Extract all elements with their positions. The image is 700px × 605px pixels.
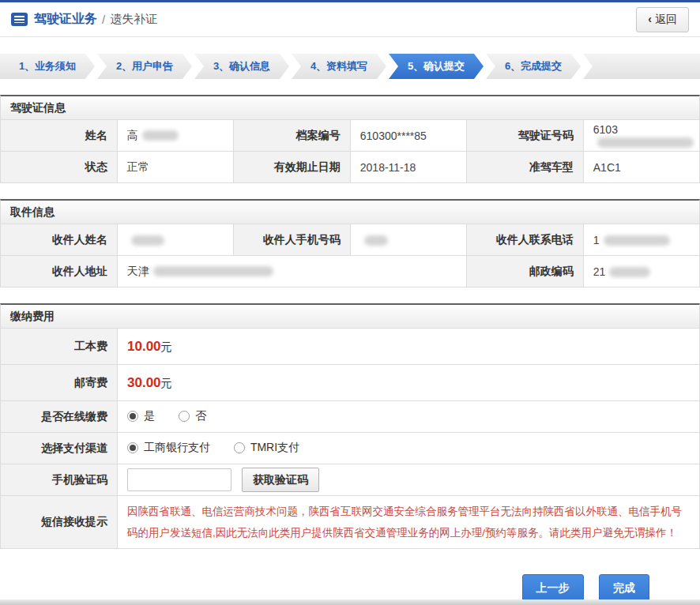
page-header: 驾驶证业务 / 遗失补证 ‹返回 xyxy=(0,2,700,37)
fee-unit: 元 xyxy=(161,377,172,389)
redacted-recipient-address xyxy=(153,266,273,276)
fees-section-title: 缴纳费用 xyxy=(0,303,700,328)
table-row: 是否在线缴费 是 否 xyxy=(1,401,700,433)
sms-notice-text: 因陕西省联通、电信运营商技术问题，陕西省互联网交通安全综合服务管理平台无法向持陕… xyxy=(127,496,690,548)
fee-unit: 元 xyxy=(161,340,172,353)
name-label: 姓名 xyxy=(1,120,118,152)
redacted-recipient-name xyxy=(131,235,164,246)
license-number-label: 驾驶证号码 xyxy=(467,120,584,152)
name-value: 高 xyxy=(117,120,233,152)
postcode-value: 21 xyxy=(583,256,699,287)
sms-code-cell: 获取验证码 xyxy=(118,464,700,496)
redacted-recipient-contact xyxy=(604,235,670,246)
sms-notice-cell: 因陕西省联通、电信运营商技术问题，陕西省互联网交通安全综合服务管理平台无法向持陕… xyxy=(118,496,700,549)
radio-option-tmri-pay[interactable]: TMRI支付 xyxy=(234,441,299,455)
recipient-address-value: 天津 xyxy=(117,256,466,287)
table-row: 邮寄费 30.00元 xyxy=(1,365,700,401)
finish-button[interactable]: 完成 xyxy=(599,574,649,603)
table-row: 状态 正常 有效期止日期 2018-11-18 准驾车型 A1C1 xyxy=(1,152,700,183)
window-bottom-edge xyxy=(0,599,700,605)
file-number-value: 610300****85 xyxy=(350,120,466,152)
radio-option-icbc-pay[interactable]: 工商银行支付 xyxy=(127,441,210,455)
status-value: 正常 xyxy=(117,152,233,183)
license-info-table: 姓名 高 档案编号 610300****85 驾驶证号码 6103 状态 正常 … xyxy=(0,119,700,183)
fees-section: 缴纳费用 工本费 10.00元 邮寄费 30.00元 是否在线缴费 是 否 选择… xyxy=(0,303,700,549)
sms-notice-label: 短信接收提示 xyxy=(1,496,118,549)
step-5-confirm-submit-active: 5、确认提交 xyxy=(389,54,484,79)
redacted-postcode xyxy=(609,267,650,277)
file-number-label: 档案编号 xyxy=(234,120,351,152)
step-bar-filler xyxy=(583,54,700,79)
radio-checked-icon xyxy=(127,411,138,422)
table-row: 手机验证码 获取验证码 xyxy=(1,464,700,496)
license-number-value: 6103 xyxy=(583,120,699,152)
breadcrumb-separator: / xyxy=(102,13,105,26)
recipient-address-label: 收件人地址 xyxy=(1,256,118,287)
recipient-name-value xyxy=(117,224,233,256)
back-button[interactable]: ‹返回 xyxy=(636,7,689,32)
payment-channel-label: 选择支付渠道 xyxy=(1,433,118,464)
radio-option-yes[interactable]: 是 xyxy=(127,409,155,423)
step-2-user-declaration: 2、用户申告 xyxy=(97,54,192,79)
recipient-name-label: 收件人姓名 xyxy=(1,224,118,256)
chevron-left-icon: ‹ xyxy=(648,13,652,25)
recipient-contact-value: 1 xyxy=(583,224,699,256)
radio-checked-icon xyxy=(127,442,138,453)
delivery-info-table: 收件人姓名 收件人手机号码 收件人联系电话 1 收件人地址 天津 邮政编码 21 xyxy=(0,224,700,287)
sms-code-label: 手机验证码 xyxy=(1,464,118,496)
base-fee-amount: 10.00 xyxy=(127,339,161,354)
recipient-contact-label: 收件人联系电话 xyxy=(467,224,584,256)
vehicle-class-label: 准驾车型 xyxy=(467,152,584,183)
redacted-name xyxy=(142,130,179,141)
step-3-confirm-info: 3、确认信息 xyxy=(194,54,289,79)
fees-table: 工本费 10.00元 邮寄费 30.00元 是否在线缴费 是 否 选择支付渠道 … xyxy=(0,328,700,549)
breadcrumb-current: 遗失补证 xyxy=(110,12,157,27)
radio-option-no[interactable]: 否 xyxy=(179,409,206,423)
delivery-info-section: 取件信息 收件人姓名 收件人手机号码 收件人联系电话 1 收件人地址 天津 邮政… xyxy=(0,199,700,287)
status-label: 状态 xyxy=(1,152,118,183)
base-fee-label: 工本费 xyxy=(1,329,118,365)
postage-fee-amount: 30.00 xyxy=(127,375,161,390)
table-row: 收件人地址 天津 邮政编码 21 xyxy=(1,256,700,287)
get-code-button[interactable]: 获取验证码 xyxy=(242,468,319,492)
recipient-phone-label: 收件人手机号码 xyxy=(234,224,351,256)
postage-fee-label: 邮寄费 xyxy=(1,365,118,401)
step-4-fill-data: 4、资料填写 xyxy=(292,54,386,79)
sms-code-input[interactable] xyxy=(127,468,231,491)
table-row: 收件人姓名 收件人手机号码 收件人联系电话 1 xyxy=(1,224,700,256)
expiry-date-label: 有效期止日期 xyxy=(234,152,351,183)
license-section-title: 驾驶证信息 xyxy=(0,95,700,119)
back-button-label: 返回 xyxy=(655,13,677,25)
page-title: 驾驶证业务 xyxy=(34,11,97,28)
step-6-complete-submit: 6、完成提交 xyxy=(486,54,581,79)
expiry-date-value: 2018-11-18 xyxy=(350,152,466,183)
payment-channel-options: 工商银行支付 TMRI支付 xyxy=(118,433,700,464)
table-row: 工本费 10.00元 xyxy=(1,329,700,365)
footer-actions: 上一步 完成 xyxy=(0,574,700,603)
radio-unchecked-icon xyxy=(179,411,190,422)
online-pay-label: 是否在线缴费 xyxy=(1,401,118,433)
table-row: 选择支付渠道 工商银行支付 TMRI支付 xyxy=(1,433,700,464)
table-row: 姓名 高 档案编号 610300****85 驾驶证号码 6103 xyxy=(1,120,700,152)
recipient-phone-value xyxy=(350,224,466,256)
base-fee-value: 10.00元 xyxy=(118,329,700,365)
redacted-license-number xyxy=(597,137,694,148)
radio-unchecked-icon xyxy=(234,442,245,453)
delivery-section-title: 取件信息 xyxy=(0,199,700,224)
table-row: 短信接收提示 因陕西省联通、电信运营商技术问题，陕西省互联网交通安全综合服务管理… xyxy=(1,496,700,549)
license-info-section: 驾驶证信息 姓名 高 档案编号 610300****85 驾驶证号码 6103 … xyxy=(0,95,700,183)
postcode-label: 邮政编码 xyxy=(467,256,584,287)
step-wizard: 1、业务须知 2、用户申告 3、确认信息 4、资料填写 5、确认提交 6、完成提… xyxy=(0,54,700,79)
postage-fee-value: 30.00元 xyxy=(118,365,700,401)
form-list-icon xyxy=(11,13,28,26)
step-1-business-notice: 1、业务须知 xyxy=(0,54,95,79)
online-pay-options: 是 否 xyxy=(118,401,700,433)
redacted-recipient-phone xyxy=(364,235,388,246)
vehicle-class-value: A1C1 xyxy=(583,152,699,183)
previous-step-button[interactable]: 上一步 xyxy=(522,574,584,603)
